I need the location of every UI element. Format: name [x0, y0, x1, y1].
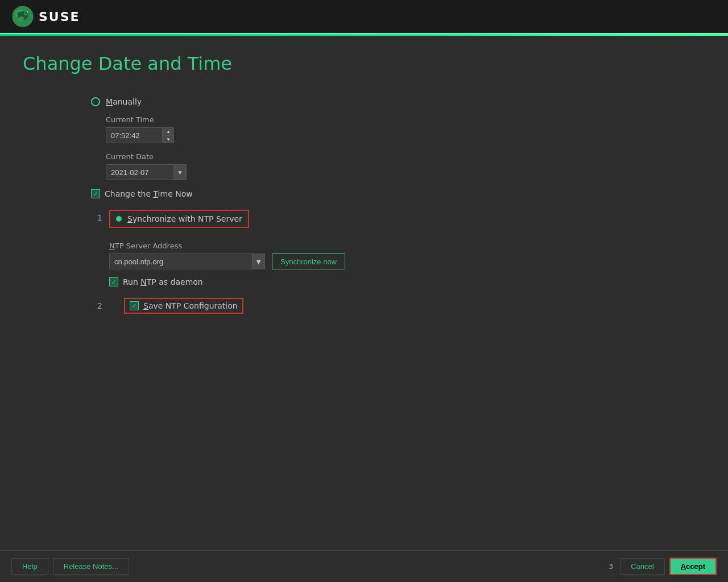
step2-number: 2 [91, 301, 102, 310]
change-time-now-checkbox[interactable]: ✓ [91, 189, 100, 198]
footer: Help Release Notes... 3 Cancel Accept [0, 550, 728, 582]
current-time-group: Current Time ▲ ▼ [106, 115, 705, 143]
synchronize-now-button[interactable]: Synchronize now [272, 253, 345, 269]
current-time-input[interactable] [106, 127, 163, 143]
ntp-status-dot [116, 216, 122, 222]
header: SUSE [0, 0, 728, 34]
footer-right-buttons: 3 Cancel Accept [609, 558, 717, 575]
ntp-server-address-group: NTP Server Address ▼ Synchronize now [109, 242, 345, 269]
manually-radio-option[interactable]: Manually [91, 97, 705, 106]
ntp-dropdown-arrow[interactable]: ▼ [252, 253, 264, 269]
suse-logo-icon [11, 5, 34, 28]
current-time-label: Current Time [106, 115, 705, 124]
ntp-server-address-label: NTP Server Address [109, 242, 345, 250]
accept-rest: ccept [686, 562, 705, 571]
current-date-input[interactable] [106, 164, 174, 180]
ntp-server-dropdown[interactable]: ▼ [109, 253, 265, 269]
accept-button[interactable]: Accept [669, 558, 717, 575]
save-ntp-checkmark: ✓ [131, 302, 136, 310]
main-content: Change Date and Time Manually Current Ti… [0, 36, 728, 550]
release-notes-button[interactable]: Release Notes... [53, 558, 129, 575]
step1-row: 1 Synchronize with NTP Server NTP Server… [91, 210, 705, 293]
step1-content: Synchronize with NTP Server NTP Server A… [109, 210, 345, 293]
suse-logo-text: SUSE [39, 10, 80, 24]
time-input-wrapper: ▲ ▼ [106, 127, 705, 143]
ntp-synchronize-highlighted: Synchronize with NTP Server [109, 210, 249, 228]
run-ntp-checkmark: ✓ [111, 278, 116, 286]
current-date-group: Current Date ▼ [106, 152, 705, 180]
time-decrement-button[interactable]: ▼ [163, 135, 174, 143]
manually-label: Manually [106, 97, 142, 106]
manually-underline: M [106, 97, 113, 106]
current-date-label: Current Date [106, 152, 705, 161]
save-ntp-checkbox[interactable]: ✓ [130, 301, 139, 310]
date-input-wrapper: ▼ [106, 164, 705, 180]
save-ntp-highlighted: ✓ Save NTP Configuration [124, 298, 243, 314]
help-button[interactable]: Help [11, 558, 48, 575]
run-ntp-daemon-checkbox[interactable]: ✓ [109, 277, 118, 286]
change-time-now-option[interactable]: ✓ Change the Time Now [91, 189, 705, 198]
steps-layout: 1 Synchronize with NTP Server NTP Server… [91, 210, 705, 318]
run-ntp-daemon-label: Run NTP as daemon [123, 277, 203, 286]
ntp-synchronize-label: Synchronize with NTP Server [127, 214, 242, 223]
page-title: Change Date and Time [23, 53, 705, 74]
manually-radio-button[interactable] [91, 97, 100, 106]
step3-number: 3 [609, 562, 613, 571]
form-container: Manually Current Time ▲ ▼ Current Date ▼ [91, 97, 705, 318]
suse-logo: SUSE [11, 5, 80, 28]
date-dropdown-button[interactable]: ▼ [174, 164, 187, 180]
ntp-server-input[interactable] [110, 257, 252, 266]
run-ntp-daemon-option[interactable]: ✓ Run NTP as daemon [109, 277, 345, 286]
cancel-button[interactable]: Cancel [620, 558, 664, 575]
change-time-now-label: Change the Time Now [105, 189, 193, 198]
ntp-server-row: ▼ Synchronize now [109, 253, 345, 269]
save-ntp-label: Save NTP Configuration [143, 301, 238, 310]
time-increment-button[interactable]: ▲ [163, 127, 174, 135]
checkmark-icon: ✓ [93, 190, 98, 198]
footer-left-buttons: Help Release Notes... [11, 558, 129, 575]
step1-number: 1 [91, 213, 102, 222]
accept-underline: A [681, 562, 686, 571]
time-spinner-buttons: ▲ ▼ [163, 127, 174, 143]
svg-point-5 [18, 16, 24, 21]
step2-row: 2 ✓ Save NTP Configuration [91, 298, 705, 314]
svg-point-4 [27, 11, 28, 13]
